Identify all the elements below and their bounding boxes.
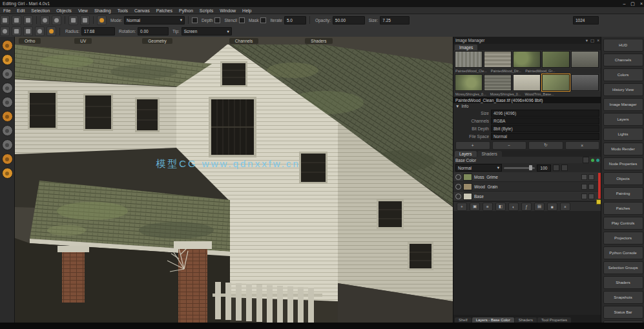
lock-alpha-icon[interactable]	[561, 164, 568, 171]
select-tool-icon[interactable]	[2, 54, 13, 65]
panel-close-icon[interactable]: ×	[597, 38, 599, 43]
opacity-value[interactable]: 100	[537, 164, 551, 172]
size-field[interactable]	[380, 16, 410, 25]
merge-layers-icon[interactable]: ≡	[483, 203, 493, 211]
tab-shelf[interactable]: Shelf	[455, 317, 472, 323]
palette-button[interactable]: Selection Groups	[603, 261, 643, 274]
depth-checkbox[interactable]	[192, 17, 198, 23]
info-expander[interactable]: ▼ Info	[453, 103, 601, 109]
reload-image-button[interactable]: ↻	[528, 141, 563, 150]
viewport-tab[interactable]: Geometry	[142, 38, 172, 44]
texture-thumbnail-selected[interactable]	[542, 74, 570, 91]
palette-button[interactable]: Status Bar	[603, 306, 643, 319]
copy-icon[interactable]	[68, 15, 78, 25]
palette-button[interactable]: Python Console	[603, 246, 643, 259]
palette-button[interactable]: Projectors	[603, 232, 643, 244]
redo-icon[interactable]	[52, 15, 61, 25]
menu-item[interactable]: Python	[176, 8, 196, 13]
paint-mode-dropdown[interactable]: Normal ▾	[124, 16, 185, 25]
palette-button[interactable]: Node Properties	[603, 157, 643, 170]
viewport-tab[interactable]: Ortho	[19, 38, 41, 44]
layer-adjust-icon[interactable]	[588, 184, 594, 190]
paint-tool-icon[interactable]	[2, 68, 13, 79]
close-button[interactable]: ×	[640, 1, 643, 6]
layer-adjust-icon[interactable]	[588, 174, 594, 180]
paint-buffer-icon[interactable]	[47, 26, 56, 36]
layer-row[interactable]: Base	[453, 192, 601, 201]
menu-item[interactable]: Edit	[14, 8, 28, 13]
maximize-button[interactable]: ▢	[630, 1, 635, 6]
menu-item[interactable]: Patches	[153, 8, 176, 13]
palette-button[interactable]: HUD	[603, 39, 643, 52]
opacity-field[interactable]	[333, 16, 365, 25]
palette-button[interactable]: Colors	[603, 68, 643, 81]
texture-thumbnail[interactable]	[484, 74, 512, 91]
lock-layer-icon[interactable]	[553, 164, 559, 171]
menu-item[interactable]: Shading	[91, 8, 114, 13]
add-procedural-icon[interactable]: ƒ	[521, 203, 532, 211]
palette-button[interactable]: Play Controls	[603, 217, 643, 230]
undo-icon[interactable]	[40, 15, 50, 25]
menu-item[interactable]: Canvas	[131, 8, 153, 13]
viewport-tab[interactable]: Channels	[229, 38, 258, 44]
palette-button[interactable]: Shaders	[603, 276, 643, 289]
palette-button[interactable]: History View	[603, 83, 643, 96]
resolution-field[interactable]	[573, 16, 599, 25]
texture-thumbnail[interactable]	[571, 51, 599, 68]
add-layer-icon[interactable]: +	[457, 203, 467, 211]
iterate-field[interactable]	[284, 16, 306, 25]
panel-menu-icon[interactable]: ▾	[586, 38, 588, 43]
move-tool-icon[interactable]	[2, 40, 13, 51]
add-adjustment-icon[interactable]: ◐	[508, 203, 519, 211]
palette-button[interactable]: Image Manager	[603, 98, 643, 111]
tab-shaders[interactable]: Shaders	[477, 151, 502, 157]
menu-item[interactable]: Scripts	[196, 8, 216, 13]
eyedropper-tool-icon[interactable]	[2, 168, 13, 179]
viewport-3d-scene[interactable]: 模型CG www.qdnxxfw.cn	[15, 45, 453, 323]
gradient-tool-icon[interactable]	[2, 139, 13, 150]
stencil-checkbox[interactable]	[214, 17, 220, 23]
radius-field[interactable]	[81, 27, 115, 35]
tab-tool-properties[interactable]: Tool Properties	[537, 317, 571, 323]
save-project-icon[interactable]	[23, 15, 33, 25]
palette-button[interactable]: Lights	[603, 128, 643, 141]
add-image-button[interactable]: +	[455, 141, 490, 150]
tab-images[interactable]: Images	[455, 45, 477, 50]
menu-item[interactable]: Window	[216, 8, 239, 13]
texture-thumbnail[interactable]	[455, 51, 483, 68]
menu-item[interactable]: File	[0, 8, 14, 13]
smear-tool-icon[interactable]	[2, 125, 13, 136]
palette-button[interactable]: Channels	[603, 54, 643, 66]
visibility-toggle-icon[interactable]	[455, 194, 461, 199]
layer-row[interactable]: Wood_Grain	[453, 182, 601, 192]
dodge-tool-icon[interactable]	[2, 154, 13, 164]
layer-adjust-icon[interactable]	[588, 194, 594, 199]
panel-float-icon[interactable]: ▢	[590, 38, 594, 43]
texture-thumbnail[interactable]	[542, 51, 570, 68]
palette-button[interactable]: Painting	[603, 187, 643, 200]
tab-layers-channel[interactable]: Layers - Base Color	[472, 317, 514, 323]
new-project-icon[interactable]	[0, 15, 10, 25]
tip-dropdown[interactable]: Screen ▾	[182, 27, 232, 35]
texture-thumbnail[interactable]	[484, 51, 512, 68]
palette-button[interactable]: Patches	[603, 202, 643, 215]
palette-button[interactable]: Objects	[603, 172, 643, 185]
texture-thumbnail[interactable]	[571, 74, 599, 91]
open-project-icon[interactable]	[12, 15, 21, 25]
menu-item[interactable]: Help	[239, 8, 254, 13]
add-mask-icon[interactable]: ◧	[495, 203, 506, 211]
menu-item[interactable]: View	[75, 8, 91, 13]
texture-thumbnail[interactable]	[513, 51, 541, 68]
eraser-tool-icon[interactable]	[12, 26, 21, 36]
clone-tool-icon[interactable]	[23, 26, 33, 36]
minimize-button[interactable]: –	[623, 1, 625, 6]
menu-item[interactable]: Tools	[114, 8, 131, 13]
tab-layers[interactable]: Layers	[455, 151, 477, 157]
visibility-toggle-icon[interactable]	[455, 184, 461, 190]
clone-tool-icon[interactable]	[2, 111, 13, 122]
flatten-layer-icon[interactable]: ■	[547, 203, 557, 211]
layer-mask-icon[interactable]	[581, 184, 587, 190]
tab-shaders[interactable]: Shaders	[515, 317, 537, 323]
menu-item[interactable]: Objects	[53, 8, 75, 13]
palette-button[interactable]: Modo Render	[603, 143, 643, 155]
